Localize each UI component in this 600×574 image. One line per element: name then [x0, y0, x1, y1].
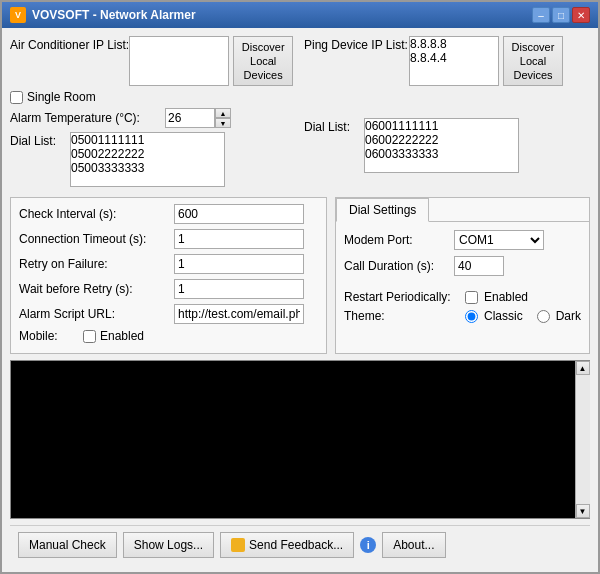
minimize-button[interactable]: – — [532, 7, 550, 23]
ping-row: Ping Device IP List: Discover Local Devi… — [304, 36, 590, 86]
dial-settings-panel: Dial Settings Modem Port: COM1 COM2 COM3… — [335, 197, 590, 354]
window-title: VOVSOFT - Network Alarmer — [32, 8, 196, 22]
wait-retry-label: Wait before Retry (s): — [19, 282, 174, 296]
bottom-bar: Manual Check Show Logs... Send Feedback.… — [10, 525, 590, 564]
top-section: Air Conditioner IP List: Discover Local … — [10, 36, 590, 191]
settings-left: Check Interval (s): Connection Timeout (… — [10, 197, 327, 354]
wait-retry-input[interactable] — [174, 279, 304, 299]
theme-classic-label: Classic — [484, 309, 523, 323]
alarm-script-label: Alarm Script URL: — [19, 307, 174, 321]
single-room-row: Single Room — [10, 90, 296, 104]
temp-spinner-down[interactable]: ▼ — [215, 118, 231, 128]
theme-label: Theme: — [344, 309, 459, 323]
single-room-label: Single Room — [27, 90, 96, 104]
conn-timeout-input[interactable] — [174, 229, 304, 249]
check-interval-row: Check Interval (s): — [19, 204, 318, 224]
restart-row: Restart Periodically: Enabled — [336, 290, 589, 304]
restart-enabled-label: Enabled — [484, 290, 528, 304]
right-panel: Ping Device IP List: Discover Local Devi… — [304, 36, 590, 191]
theme-row: Theme: Classic Dark — [336, 309, 589, 323]
mobile-enabled-label: Enabled — [100, 329, 144, 343]
alarm-script-row: Alarm Script URL: — [19, 304, 318, 324]
temp-spinner-up[interactable]: ▲ — [215, 108, 231, 118]
conn-timeout-label: Connection Timeout (s): — [19, 232, 174, 246]
right-dial-list-textarea[interactable] — [364, 118, 519, 173]
alarm-script-input[interactable] — [174, 304, 304, 324]
modem-port-row: Modem Port: COM1 COM2 COM3 COM4 — [344, 230, 581, 250]
air-cond-discover-button[interactable]: Discover Local Devices — [233, 36, 293, 86]
tab-content: Modem Port: COM1 COM2 COM3 COM4 Call Dur… — [336, 222, 589, 290]
call-duration-input[interactable] — [454, 256, 504, 276]
theme-classic-radio[interactable] — [465, 310, 478, 323]
scroll-down-arrow[interactable]: ▼ — [576, 504, 590, 518]
wait-retry-row: Wait before Retry (s): — [19, 279, 318, 299]
right-dial-list-row: Dial List: — [304, 118, 590, 173]
left-panel: Air Conditioner IP List: Discover Local … — [10, 36, 296, 191]
title-bar: V VOVSOFT - Network Alarmer – □ ✕ — [2, 2, 598, 28]
call-duration-label: Call Duration (s): — [344, 259, 454, 273]
retry-input[interactable] — [174, 254, 304, 274]
scroll-track — [576, 375, 590, 504]
left-dial-list-row: Dial List: — [10, 132, 296, 187]
tab-header: Dial Settings — [336, 198, 589, 222]
retry-label: Retry on Failure: — [19, 257, 174, 271]
console-area: ▲ ▼ — [10, 360, 590, 519]
restart-checkbox[interactable] — [465, 291, 478, 304]
feedback-icon — [231, 538, 245, 552]
about-button[interactable]: About... — [382, 532, 445, 558]
scroll-up-arrow[interactable]: ▲ — [576, 361, 590, 375]
theme-dark-radio[interactable] — [537, 310, 550, 323]
check-interval-input[interactable] — [174, 204, 304, 224]
theme-dark-label: Dark — [556, 309, 581, 323]
modem-port-label: Modem Port: — [344, 233, 454, 247]
temp-input-container: ▲ ▼ — [165, 108, 231, 128]
dial-settings-tab[interactable]: Dial Settings — [336, 198, 429, 222]
show-logs-button[interactable]: Show Logs... — [123, 532, 214, 558]
conn-timeout-row: Connection Timeout (s): — [19, 229, 318, 249]
info-icon: i — [360, 537, 376, 553]
air-cond-label: Air Conditioner IP List: — [10, 36, 129, 52]
mobile-row: Mobile: Enabled — [19, 329, 318, 343]
retry-row: Retry on Failure: — [19, 254, 318, 274]
restart-label: Restart Periodically: — [344, 290, 459, 304]
close-button[interactable]: ✕ — [572, 7, 590, 23]
send-feedback-label: Send Feedback... — [249, 538, 343, 552]
single-room-checkbox[interactable] — [10, 91, 23, 104]
app-icon: V — [10, 7, 26, 23]
right-spacer — [304, 90, 590, 118]
mobile-checkbox[interactable] — [83, 330, 96, 343]
ping-discover-button[interactable]: Discover Local Devices — [503, 36, 563, 86]
title-buttons: – □ ✕ — [532, 7, 590, 23]
manual-check-button[interactable]: Manual Check — [18, 532, 117, 558]
alarm-temp-row: Alarm Temperature (°C): ▲ ▼ — [10, 108, 296, 128]
air-cond-ip-container: Discover Local Devices — [129, 36, 293, 86]
ping-label: Ping Device IP List: — [304, 36, 409, 52]
mobile-label: Mobile: — [19, 329, 79, 343]
air-cond-row: Air Conditioner IP List: Discover Local … — [10, 36, 296, 86]
main-content: Air Conditioner IP List: Discover Local … — [2, 28, 598, 572]
ping-ip-container: Discover Local Devices — [409, 36, 563, 86]
air-cond-textarea[interactable] — [129, 36, 229, 86]
alarm-temp-label: Alarm Temperature (°C): — [10, 111, 165, 125]
left-dial-list-textarea[interactable] — [70, 132, 225, 187]
check-interval-label: Check Interval (s): — [19, 207, 174, 221]
console-scrollbar: ▲ ▼ — [575, 361, 589, 518]
right-dial-list-label: Dial List: — [304, 118, 364, 134]
send-feedback-button[interactable]: Send Feedback... — [220, 532, 354, 558]
temp-spinner: ▲ ▼ — [215, 108, 231, 128]
title-bar-left: V VOVSOFT - Network Alarmer — [10, 7, 196, 23]
alarm-temp-input[interactable] — [165, 108, 215, 128]
main-window: V VOVSOFT - Network Alarmer – □ ✕ Air Co… — [0, 0, 600, 574]
ping-ip-textarea[interactable] — [409, 36, 499, 86]
call-duration-row: Call Duration (s): — [344, 256, 581, 276]
middle-section: Check Interval (s): Connection Timeout (… — [10, 197, 590, 354]
modem-port-select[interactable]: COM1 COM2 COM3 COM4 — [454, 230, 544, 250]
left-dial-list-label: Dial List: — [10, 132, 70, 148]
maximize-button[interactable]: □ — [552, 7, 570, 23]
